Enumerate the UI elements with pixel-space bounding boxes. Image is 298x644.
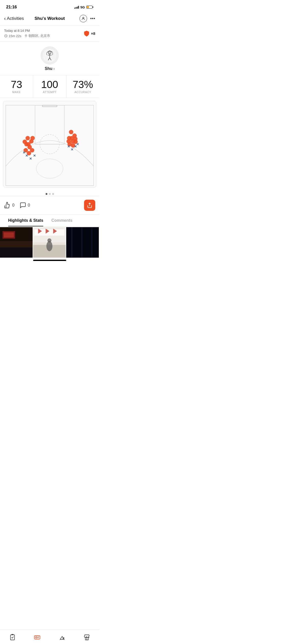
header: ‹ Activities Shu's Workout ••• bbox=[0, 13, 99, 26]
svg-point-40 bbox=[70, 136, 74, 140]
svg-point-32 bbox=[69, 130, 73, 134]
tab-comments[interactable]: Comments bbox=[47, 215, 77, 226]
user-section: Shu › bbox=[0, 41, 99, 75]
like-button[interactable]: 0 bbox=[4, 202, 15, 209]
attempt-value: 100 bbox=[41, 79, 58, 90]
svg-point-9 bbox=[49, 52, 49, 52]
like-count: 0 bbox=[12, 203, 15, 208]
court-container: × × × × × × × × bbox=[0, 98, 99, 191]
tabs-container: Highlights & Stats Comments bbox=[0, 215, 99, 227]
back-button[interactable]: ‹ Activities bbox=[4, 16, 34, 21]
status-time: 21:16 bbox=[6, 5, 17, 10]
svg-point-24 bbox=[30, 148, 34, 152]
svg-text:×: × bbox=[23, 150, 25, 155]
highlight-thumb-2[interactable] bbox=[33, 227, 66, 258]
shield-icon bbox=[83, 30, 90, 37]
more-button[interactable]: ••• bbox=[90, 16, 95, 21]
svg-text:×: × bbox=[67, 144, 70, 149]
svg-point-0 bbox=[83, 17, 84, 19]
streak-count: ×8 bbox=[91, 31, 95, 36]
home-indicator bbox=[33, 260, 66, 261]
stats-row: 73 MAKE 100 ATTEMPT 73% ACCURACY bbox=[0, 75, 99, 98]
location-text: 朝阳区, 北京市 bbox=[29, 34, 50, 38]
avatar-drawing bbox=[42, 48, 57, 63]
make-value: 73 bbox=[11, 79, 22, 90]
clock-icon bbox=[4, 34, 8, 38]
user-name-text: Shu bbox=[45, 66, 52, 71]
duration-text: 15m 22s bbox=[9, 34, 21, 38]
make-label: MAKE bbox=[12, 91, 21, 94]
avatar bbox=[41, 47, 59, 64]
location-icon bbox=[24, 34, 28, 38]
dot-3[interactable] bbox=[52, 193, 54, 195]
highlight-thumb-3[interactable] bbox=[66, 227, 99, 258]
share-icon bbox=[87, 202, 92, 208]
court-svg: × × × × × × × × bbox=[3, 101, 96, 187]
header-actions: ••• bbox=[65, 15, 95, 22]
battery-icon bbox=[86, 6, 93, 9]
like-icon bbox=[4, 202, 11, 209]
action-bar: 0 0 bbox=[0, 196, 99, 215]
svg-rect-51 bbox=[0, 247, 33, 257]
back-label: Activities bbox=[7, 16, 24, 21]
comment-button[interactable]: 0 bbox=[20, 202, 30, 209]
user-chevron-icon: › bbox=[53, 67, 55, 71]
highlight-thumb-1[interactable] bbox=[0, 227, 33, 258]
svg-point-27 bbox=[30, 136, 35, 140]
user-icon-button[interactable] bbox=[79, 15, 87, 22]
stat-attempt: 100 ATTEMPT bbox=[33, 75, 66, 98]
carousel-dots bbox=[0, 191, 99, 196]
svg-text:×: × bbox=[33, 153, 36, 158]
thumb1-visual bbox=[0, 227, 33, 258]
svg-text:×: × bbox=[71, 147, 73, 152]
share-button[interactable] bbox=[84, 200, 95, 211]
status-icons: 5G bbox=[74, 5, 93, 9]
user-name-btn[interactable]: Shu › bbox=[45, 66, 55, 71]
svg-text:×: × bbox=[76, 141, 79, 147]
thumb3-visual bbox=[66, 227, 99, 258]
svg-text:×: × bbox=[25, 153, 28, 158]
accuracy-label: ACCURACY bbox=[74, 91, 91, 94]
action-left: 0 0 bbox=[4, 202, 30, 209]
stat-make: 73 MAKE bbox=[0, 75, 33, 98]
workout-details: 15m 22s 朝阳区, 北京市 bbox=[4, 34, 50, 38]
comment-icon bbox=[20, 202, 26, 209]
comment-count: 0 bbox=[28, 203, 30, 208]
workout-date: Today at 8:14 PM bbox=[4, 29, 50, 33]
network-label: 5G bbox=[80, 5, 85, 9]
svg-rect-63 bbox=[81, 227, 83, 257]
svg-rect-50 bbox=[4, 232, 14, 238]
svg-point-10 bbox=[50, 52, 50, 52]
highlights-grid bbox=[0, 227, 99, 258]
attempt-label: ATTEMPT bbox=[43, 91, 57, 94]
thumb2-visual bbox=[33, 227, 66, 258]
stat-accuracy: 73% ACCURACY bbox=[66, 75, 99, 98]
tab-highlights[interactable]: Highlights & Stats bbox=[4, 215, 47, 226]
back-chevron-icon: ‹ bbox=[4, 16, 6, 21]
svg-point-59 bbox=[46, 241, 52, 251]
status-bar: 21:16 5G bbox=[0, 0, 99, 13]
svg-rect-62 bbox=[71, 227, 73, 257]
location-item: 朝阳区, 北京市 bbox=[24, 34, 50, 38]
workout-meta-left: Today at 8:14 PM 15m 22s 朝阳区, 北京市 bbox=[4, 29, 50, 38]
page-title: Shu's Workout bbox=[34, 16, 65, 21]
dot-2[interactable] bbox=[49, 193, 51, 195]
svg-point-25 bbox=[23, 140, 27, 144]
accuracy-value: 73% bbox=[73, 79, 93, 90]
svg-point-41 bbox=[73, 137, 77, 141]
streak-badge: ×8 bbox=[83, 30, 95, 37]
svg-point-26 bbox=[26, 142, 31, 146]
workout-meta: Today at 8:14 PM 15m 22s 朝阳区, 北京市 ×8 bbox=[0, 26, 99, 41]
svg-point-60 bbox=[47, 238, 51, 242]
svg-point-18 bbox=[25, 136, 30, 140]
court-wrapper: × × × × × × × × bbox=[3, 101, 96, 187]
svg-point-2 bbox=[26, 35, 26, 36]
dot-1[interactable] bbox=[46, 193, 47, 195]
signal-icon bbox=[74, 6, 79, 9]
svg-text:×: × bbox=[29, 156, 32, 161]
svg-rect-64 bbox=[91, 227, 92, 257]
duration-item: 15m 22s bbox=[4, 34, 21, 38]
